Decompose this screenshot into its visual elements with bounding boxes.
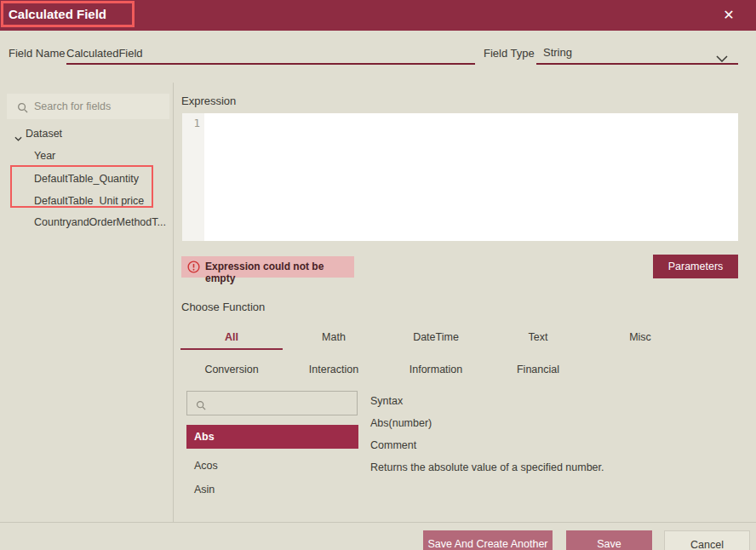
tab-financial[interactable]: Financial bbox=[487, 358, 589, 382]
search-icon bbox=[196, 398, 206, 414]
expression-input[interactable] bbox=[204, 113, 738, 241]
line-number: 1 bbox=[193, 117, 200, 129]
close-icon[interactable]: ✕ bbox=[720, 7, 737, 24]
field-name-label: Field Name bbox=[9, 47, 65, 60]
calculated-field-dialog: Calculated Field ✕ Field Name Field Type… bbox=[0, 0, 756, 550]
field-type-value: String bbox=[543, 46, 572, 59]
footer-divider bbox=[0, 522, 756, 523]
tab-datetime[interactable]: DateTime bbox=[385, 326, 487, 350]
comment-value: Returns the absolute value of a specifie… bbox=[370, 461, 604, 473]
syntax-value: Abs(number) bbox=[370, 417, 432, 429]
dialog-titlebar: Calculated Field ✕ bbox=[0, 0, 756, 31]
function-search-box bbox=[186, 391, 358, 415]
function-search-input[interactable] bbox=[211, 392, 354, 415]
field-type-label: Field Type bbox=[484, 47, 535, 60]
expression-editor: 1 bbox=[182, 113, 738, 241]
save-and-create-another-button[interactable]: Save And Create Another bbox=[423, 530, 553, 550]
tree-item-year[interactable]: Year bbox=[34, 146, 55, 167]
tab-text[interactable]: Text bbox=[487, 326, 589, 350]
function-item-abs[interactable]: Abs bbox=[186, 425, 358, 449]
tab-misc[interactable]: Misc bbox=[589, 326, 691, 350]
field-search-box bbox=[7, 94, 169, 119]
parameters-button[interactable]: Parameters bbox=[653, 255, 738, 278]
syntax-label: Syntax bbox=[370, 395, 403, 407]
choose-function-label: Choose Function bbox=[181, 301, 265, 313]
tree-node-dataset[interactable]: Dataset bbox=[26, 123, 62, 145]
save-button[interactable]: Save bbox=[566, 530, 652, 550]
expression-label: Expression bbox=[181, 95, 236, 107]
tab-conversion[interactable]: Conversion bbox=[180, 358, 283, 382]
tree-item-unit-price[interactable]: DefaultTable_Unit price bbox=[34, 191, 144, 212]
function-item-asin[interactable]: Asin bbox=[186, 478, 358, 501]
pane-divider bbox=[173, 83, 174, 522]
tab-information[interactable]: Information bbox=[385, 358, 487, 382]
dialog-title: Calculated Field bbox=[9, 7, 106, 21]
tab-interaction[interactable]: Interaction bbox=[283, 358, 385, 382]
chevron-down-icon bbox=[716, 50, 728, 66]
field-name-input[interactable] bbox=[66, 43, 475, 65]
expression-error-badge: Expression could not be empty bbox=[181, 256, 354, 278]
tab-math[interactable]: Math bbox=[283, 326, 385, 350]
tree-item-country-order-method[interactable]: CountryandOrderMethodT... bbox=[34, 212, 166, 233]
function-item-acos[interactable]: Acos bbox=[186, 454, 358, 478]
function-tabs-row1: All Math DateTime Text Misc bbox=[180, 326, 691, 350]
error-icon bbox=[187, 261, 200, 277]
tab-all[interactable]: All bbox=[180, 326, 283, 350]
cancel-button[interactable]: Cancel bbox=[664, 530, 750, 550]
field-search-input[interactable] bbox=[34, 94, 166, 119]
comment-label: Comment bbox=[370, 439, 416, 451]
function-tabs-row2: Conversion Interaction Information Finan… bbox=[180, 358, 589, 382]
field-type-select[interactable]: String bbox=[536, 43, 738, 65]
editor-gutter: 1 bbox=[182, 113, 204, 241]
tree-collapse-icon[interactable] bbox=[14, 129, 22, 145]
tree-item-quantity[interactable]: DefaultTable_Quantity bbox=[34, 169, 139, 190]
search-icon bbox=[17, 101, 28, 117]
error-message: Expression could not be empty bbox=[205, 261, 354, 284]
